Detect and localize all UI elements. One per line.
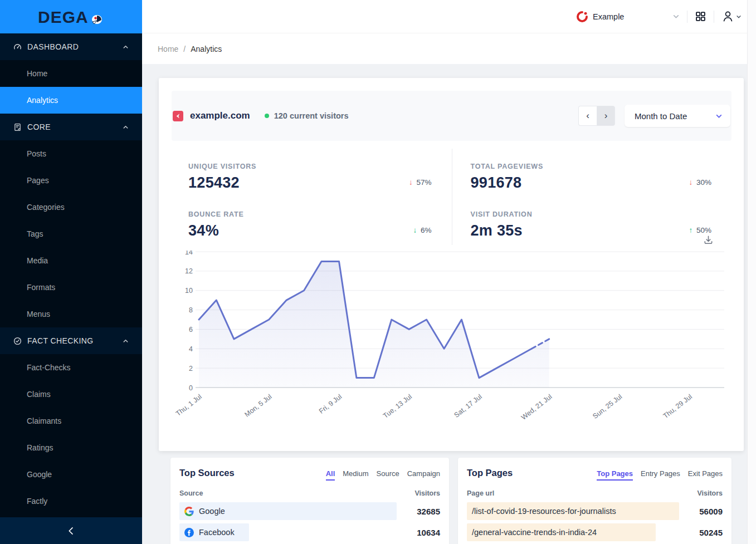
stat-change-value: 6% (418, 226, 431, 234)
column-header: Visitors (414, 489, 440, 497)
pages-tab-exit-pages[interactable]: Exit Pages (688, 469, 723, 481)
chevron-up-icon (123, 338, 129, 344)
stat-visit-duration: VISIT DURATION2m 35s↑ 50% (452, 200, 732, 243)
row-label: Facebook (199, 528, 235, 537)
sidebar-item-tags[interactable]: Tags (0, 220, 142, 247)
sidebar-item-google[interactable]: Google (0, 461, 142, 488)
sidebar-section-fact-checking[interactable]: FACT CHECKING (0, 327, 142, 354)
stats-grid: UNIQUE VISITORS125432↓ 57%TOTAL PAGEVIEW… (172, 141, 731, 251)
sources-tab-source[interactable]: Source (377, 469, 399, 481)
divider (687, 11, 687, 23)
app-root: DEGA DASHBOARDHomeAnalyticsCOREPostsPage… (0, 0, 756, 544)
panel-title: Top Sources (179, 468, 235, 478)
stat-unique-visitors: UNIQUE VISITORS125432↓ 57% (172, 153, 452, 195)
svg-text:6: 6 (189, 326, 193, 334)
sidebar-item-fact-checks[interactable]: Fact-Checks (0, 354, 142, 381)
page-scrollbar[interactable] (747, 0, 756, 544)
stat-change-value: 50% (694, 226, 711, 234)
sources-tab-medium[interactable]: Medium (343, 469, 368, 481)
row-visitors: 10634 (397, 528, 440, 537)
table-row[interactable]: Facebook10634 (179, 523, 440, 541)
chevron-up-icon (123, 124, 129, 130)
row-label: Google (199, 507, 225, 516)
sidebar-section-core[interactable]: CORE (0, 114, 142, 140)
sidebar-item-analytics[interactable]: Analytics (0, 87, 142, 114)
stat-bounce-rate: BOUNCE RATE34%↓ 6% (172, 200, 452, 243)
sidebar-item-categories[interactable]: Categories (0, 194, 142, 220)
workspace-logo-icon (576, 11, 588, 23)
table-row[interactable]: /general-vaccine-trends-in-india-2450245 (467, 523, 723, 541)
stat-value: 125432 (188, 174, 256, 192)
user-menu[interactable] (721, 10, 742, 23)
sources-list: Google32685Facebook10634 (179, 502, 440, 544)
sidebar: DEGA DASHBOARDHomeAnalyticsCOREPostsPage… (0, 0, 142, 544)
period-select[interactable]: Month to Date (625, 105, 730, 127)
next-period-button[interactable]: › (597, 106, 615, 126)
dega-logo-icon: DEGA (35, 5, 108, 28)
table-row[interactable]: /list-of-covid-19-resources-for-journali… (467, 502, 723, 520)
stat-label: UNIQUE VISITORS (188, 163, 256, 170)
pages-tab-entry-pages[interactable]: Entry Pages (641, 469, 680, 481)
sidebar-section-label: DASHBOARD (27, 42, 123, 51)
breakdown-row: Top Sources AllMediumSourceCampaign Sour… (170, 458, 731, 544)
sidebar-item-formats[interactable]: Formats (0, 274, 142, 301)
visitors-chart[interactable]: 02468101214Thu, 1 JulMon, 5 JulFri, 9 Ju… (172, 251, 731, 438)
sidebar-item-claims[interactable]: Claims (0, 381, 142, 408)
sidebar-item-ratings[interactable]: Ratings (0, 434, 142, 461)
svg-text:Wed, 21 Jul: Wed, 21 Jul (520, 393, 553, 422)
row-visitors: 50245 (679, 528, 723, 537)
sources-tab-campaign[interactable]: Campaign (407, 469, 440, 481)
topbar: Example (142, 0, 756, 33)
site-header: example.com 120 current visitors ‹ › Mon… (172, 91, 731, 141)
sidebar-item-claimants[interactable]: Claimants (0, 408, 142, 434)
pages-tab-top-pages[interactable]: Top Pages (597, 469, 633, 481)
sidebar-item-posts[interactable]: Posts (0, 140, 142, 167)
live-dot-icon (265, 114, 269, 118)
facebook-icon (184, 528, 194, 537)
sidebar-item-menus[interactable]: Menus (0, 301, 142, 327)
prev-period-button[interactable]: ‹ (578, 106, 597, 126)
app-logo[interactable]: DEGA (0, 0, 142, 33)
download-icon[interactable] (703, 234, 714, 245)
row-label: /list-of-covid-19-resources-for-journali… (472, 507, 616, 516)
gauge-icon (13, 43, 22, 51)
sidebar-item-home[interactable]: Home (0, 60, 142, 87)
row-label-area: Google (179, 502, 397, 520)
chevron-left-icon (67, 527, 75, 535)
user-icon (721, 10, 734, 23)
svg-text:DEGA: DEGA (38, 8, 89, 26)
breadcrumb-current: Analytics (191, 45, 222, 53)
breadcrumb: Home / Analytics (142, 33, 756, 64)
sidebar-section-dashboard[interactable]: DASHBOARD (0, 33, 142, 60)
current-visitors: 120 current visitors (274, 111, 349, 120)
stat-text: VISIT DURATION2m 35s (471, 210, 533, 239)
sidebar-item-pages[interactable]: Pages (0, 167, 142, 194)
top-pages-panel: Top Pages Top PagesEntry PagesExit Pages… (458, 458, 731, 544)
table-row[interactable]: Google32685 (179, 502, 440, 520)
sidebar-menu: DASHBOARDHomeAnalyticsCOREPostsPagesCate… (0, 33, 142, 517)
arrow-up-icon: ↑ (689, 226, 692, 234)
sources-tab-all[interactable]: All (326, 469, 335, 481)
pages-tabs: Top PagesEntry PagesExit Pages (597, 469, 723, 481)
workspace-select[interactable]: Example (576, 6, 680, 27)
top-sources-panel: Top Sources AllMediumSourceCampaign Sour… (170, 458, 449, 544)
check-circle-icon (13, 337, 22, 345)
chevron-up-icon (123, 44, 129, 50)
apps-grid-icon[interactable] (695, 11, 706, 22)
arrow-down-icon: ↓ (689, 178, 692, 187)
column-header: Page url (467, 489, 494, 497)
analytics-card: example.com 120 current visitors ‹ › Mon… (159, 78, 744, 451)
sidebar-item-media[interactable]: Media (0, 247, 142, 274)
column-header: Source (179, 489, 203, 497)
row-label-area: Facebook (179, 523, 397, 541)
svg-text:Thu, 1 Jul: Thu, 1 Jul (174, 393, 203, 418)
divider (714, 11, 714, 23)
breadcrumb-home[interactable]: Home (158, 45, 178, 53)
row-label-area: /list-of-covid-19-resources-for-journali… (467, 502, 679, 520)
sidebar-collapse-trigger[interactable] (0, 517, 142, 544)
stat-change: ↓ 6% (413, 226, 431, 234)
svg-text:Mon, 5 Jul: Mon, 5 Jul (243, 393, 274, 419)
sidebar-item-factly[interactable]: Factly (0, 488, 142, 514)
svg-text:8: 8 (189, 306, 193, 314)
main-area: Example Home / Analytics (142, 0, 756, 544)
